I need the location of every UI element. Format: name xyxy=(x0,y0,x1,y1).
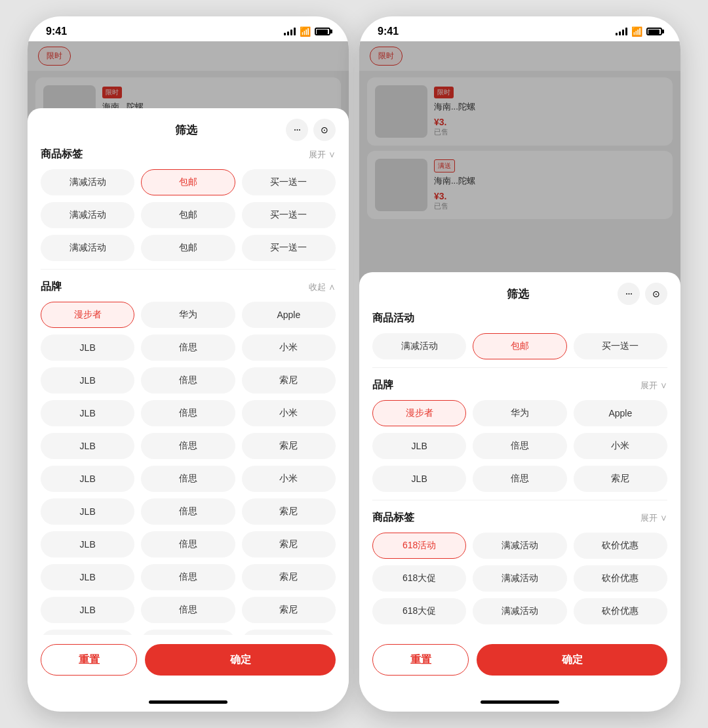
tag-0-8[interactable]: 买一送一 xyxy=(242,235,336,261)
tag-2-4[interactable]: 满减活动 xyxy=(473,565,566,592)
confirm-button[interactable]: 确定 xyxy=(477,644,667,676)
home-indicator xyxy=(149,700,227,704)
tag-0-2[interactable]: 买一送一 xyxy=(574,333,667,359)
tag-2-0[interactable]: 618活动 xyxy=(372,533,466,559)
tag-0-2[interactable]: 买一送一 xyxy=(242,169,336,195)
tag-1-24[interactable]: JLB xyxy=(41,564,134,590)
tag-0-6[interactable]: 满减活动 xyxy=(41,235,134,261)
tag-1-1[interactable]: 华为 xyxy=(473,400,566,426)
tag-1-4[interactable]: 倍思 xyxy=(473,433,566,459)
tag-1-30[interactable]: JLB xyxy=(41,630,134,635)
tags-grid: 漫步者华为AppleJLB倍思小米JLB倍思索尼 xyxy=(372,400,667,492)
panel-footer: 重置确定 xyxy=(28,635,349,695)
tag-2-1[interactable]: 满减活动 xyxy=(473,533,566,559)
tag-1-4[interactable]: 倍思 xyxy=(141,334,235,361)
section-header-1: 品牌 收起 ∧ xyxy=(41,280,336,294)
tag-1-29[interactable]: 索尼 xyxy=(242,597,336,623)
wifi-icon: 📶 xyxy=(631,26,642,37)
tag-1-20[interactable]: 索尼 xyxy=(242,498,336,525)
phone-left: 9:41 📶 限时 限时 海南...陀螺 ¥3. 已售 满送 海南...陀螺 ¥… xyxy=(28,16,349,712)
status-icons: 📶 xyxy=(284,26,330,37)
section-0: 商品活动 满减活动包邮买一送一 xyxy=(372,312,667,368)
tag-1-31[interactable]: 倍思 xyxy=(141,630,235,635)
confirm-button[interactable]: 确定 xyxy=(145,644,336,676)
tag-0-1[interactable]: 包邮 xyxy=(141,169,235,195)
tag-2-5[interactable]: 砍价优惠 xyxy=(574,565,667,592)
tag-1-8[interactable]: 索尼 xyxy=(242,367,336,394)
section-header-0: 商品活动 xyxy=(372,312,667,325)
tag-0-0[interactable]: 满减活动 xyxy=(372,333,466,359)
tag-1-2[interactable]: Apple xyxy=(574,400,667,426)
tags-grid: 满减活动包邮买一送一满减活动包邮买一送一满减活动包邮买一送一 xyxy=(41,169,336,261)
tag-0-3[interactable]: 满减活动 xyxy=(41,202,134,228)
tag-1-19[interactable]: 倍思 xyxy=(141,498,235,525)
tag-1-16[interactable]: 倍思 xyxy=(141,466,235,492)
tag-2-2[interactable]: 砍价优惠 xyxy=(574,533,667,559)
tag-1-18[interactable]: JLB xyxy=(41,498,134,525)
tag-1-5[interactable]: 小米 xyxy=(574,433,667,459)
tag-1-25[interactable]: 倍思 xyxy=(141,564,235,590)
panel-title: 筛选 xyxy=(175,123,197,138)
tag-1-9[interactable]: JLB xyxy=(41,400,134,426)
tag-0-4[interactable]: 包邮 xyxy=(141,202,235,228)
tag-1-6[interactable]: JLB xyxy=(41,367,134,394)
tag-1-11[interactable]: 小米 xyxy=(242,400,336,426)
target-button[interactable]: ⊙ xyxy=(645,283,667,305)
tag-1-3[interactable]: JLB xyxy=(372,433,466,459)
tag-1-0[interactable]: 漫步者 xyxy=(372,400,466,426)
section-title: 品牌 xyxy=(372,378,393,392)
reset-button[interactable]: 重置 xyxy=(372,644,469,676)
section-toggle[interactable]: 收起 ∧ xyxy=(309,281,336,293)
tag-2-7[interactable]: 满减活动 xyxy=(473,598,566,624)
tag-1-15[interactable]: JLB xyxy=(41,466,134,492)
section-1: 品牌 收起 ∧ 漫步者华为AppleJLB倍思小米JLB倍思索尼JLB倍思小米J… xyxy=(41,280,336,635)
filter-panel: 筛选 ··· ⊙ 商品标签 展开 ∨ 满减活动包邮买一送一满减活动包邮买一送一满… xyxy=(28,108,349,712)
tag-1-23[interactable]: 索尼 xyxy=(242,531,336,557)
divider xyxy=(372,367,667,368)
time: 9:41 xyxy=(46,26,67,37)
section-1: 品牌 展开 ∨ 漫步者华为AppleJLB倍思小米JLB倍思索尼 xyxy=(372,378,667,500)
more-button[interactable]: ··· xyxy=(286,119,308,141)
tag-1-22[interactable]: 倍思 xyxy=(141,531,235,557)
tag-1-17[interactable]: 小米 xyxy=(242,466,336,492)
tag-1-32[interactable]: 索尼 xyxy=(242,630,336,635)
tag-0-7[interactable]: 包邮 xyxy=(141,235,235,261)
tag-1-7[interactable]: 倍思 xyxy=(473,466,566,492)
tag-1-27[interactable]: JLB xyxy=(41,597,134,623)
tag-2-6[interactable]: 618大促 xyxy=(372,598,466,624)
tag-1-0[interactable]: 漫步者 xyxy=(41,302,134,328)
tag-1-2[interactable]: Apple xyxy=(242,302,336,328)
tag-1-8[interactable]: 索尼 xyxy=(574,466,667,492)
time: 9:41 xyxy=(378,26,399,37)
tag-0-0[interactable]: 满减活动 xyxy=(41,169,134,195)
tag-1-10[interactable]: 倍思 xyxy=(141,400,235,426)
section-0: 商品标签 展开 ∨ 满减活动包邮买一送一满减活动包邮买一送一满减活动包邮买一送一 xyxy=(41,148,336,270)
phone-content: 限时 限时 海南...陀螺 ¥3. 已售 满送 海南...陀螺 ¥3. 已售 筛… xyxy=(359,41,680,712)
section-toggle[interactable]: 展开 ∨ xyxy=(309,149,336,161)
tags-grid: 618活动满减活动砍价优惠618大促满减活动砍价优惠618大促满减活动砍价优惠 xyxy=(372,533,667,624)
reset-button[interactable]: 重置 xyxy=(41,644,137,676)
tag-1-13[interactable]: 倍思 xyxy=(141,433,235,459)
signal-icon xyxy=(284,28,296,35)
tag-2-3[interactable]: 618大促 xyxy=(372,565,466,592)
tag-1-7[interactable]: 倍思 xyxy=(141,367,235,394)
tag-1-6[interactable]: JLB xyxy=(372,466,466,492)
panel-scroll-area: 商品活动 满减活动包邮买一送一 品牌 展开 ∨ 漫步者华为AppleJLB倍思小… xyxy=(359,312,680,635)
section-toggle[interactable]: 展开 ∨ xyxy=(640,380,667,392)
tag-1-1[interactable]: 华为 xyxy=(141,302,235,328)
tag-0-1[interactable]: 包邮 xyxy=(473,333,566,359)
tag-1-12[interactable]: JLB xyxy=(41,433,134,459)
tag-1-3[interactable]: JLB xyxy=(41,334,134,361)
tag-1-5[interactable]: 小米 xyxy=(242,334,336,361)
tag-1-14[interactable]: 索尼 xyxy=(242,433,336,459)
tag-2-8[interactable]: 砍价优惠 xyxy=(574,598,667,624)
more-button[interactable]: ··· xyxy=(618,283,640,305)
tag-1-28[interactable]: 倍思 xyxy=(141,597,235,623)
signal-icon xyxy=(616,28,627,35)
section-title: 商品标签 xyxy=(41,148,83,161)
tag-1-21[interactable]: JLB xyxy=(41,531,134,557)
target-button[interactable]: ⊙ xyxy=(313,119,336,141)
tag-0-5[interactable]: 买一送一 xyxy=(242,202,336,228)
section-toggle[interactable]: 展开 ∨ xyxy=(640,512,667,524)
tag-1-26[interactable]: 索尼 xyxy=(242,564,336,590)
